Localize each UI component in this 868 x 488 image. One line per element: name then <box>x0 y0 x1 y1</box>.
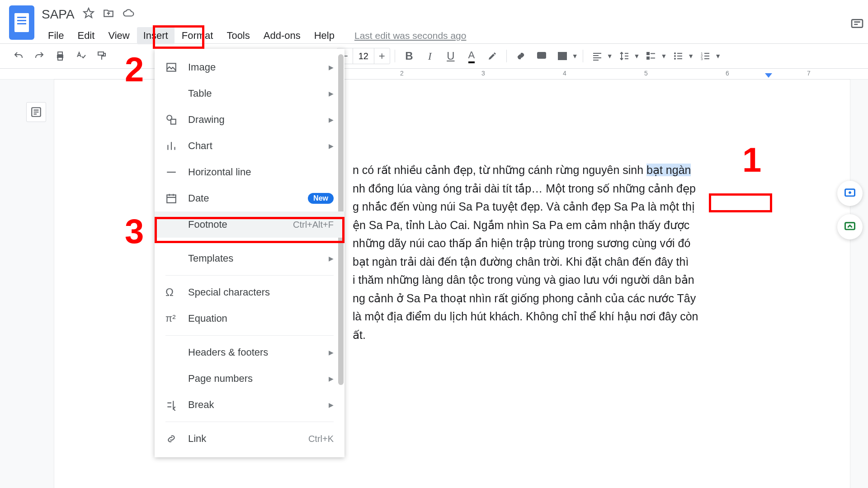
spacing-dropdown-arrow[interactable]: ▼ <box>634 52 640 60</box>
link-button[interactable] <box>511 47 530 66</box>
insert-special-characters[interactable]: ΩSpecial characters <box>155 279 344 305</box>
menu-tools[interactable]: Tools <box>220 27 256 44</box>
ruler-mark: 2 <box>400 70 404 77</box>
redo-button[interactable] <box>30 47 49 66</box>
comment-button[interactable] <box>532 47 551 66</box>
chart-icon <box>165 140 182 152</box>
checklist-button[interactable] <box>642 47 660 66</box>
submenu-arrow-icon: ▶ <box>329 349 334 356</box>
font-size-control: − 12 + <box>337 48 390 64</box>
ruler-indent-marker[interactable] <box>765 73 772 78</box>
highlight-button[interactable] <box>483 47 502 66</box>
undo-button[interactable] <box>9 47 28 66</box>
svg-rect-25 <box>171 119 176 124</box>
selected-text[interactable]: bạt ngàn <box>646 164 691 176</box>
underline-button[interactable]: U <box>441 47 460 66</box>
insert-break[interactable]: Break▶ <box>155 392 344 418</box>
divider <box>165 422 334 422</box>
numbered-dropdown-arrow[interactable]: ▼ <box>715 52 721 60</box>
add-comment-fab[interactable] <box>837 181 863 206</box>
italic-button[interactable]: I <box>420 47 439 66</box>
star-icon[interactable] <box>83 7 94 22</box>
font-size-value[interactable]: 12 <box>353 48 374 64</box>
menu-format[interactable]: Format <box>175 27 220 44</box>
insert-footnote[interactable]: FootnoteCtrl+Alt+F <box>155 211 344 238</box>
menu-help[interactable]: Help <box>308 27 341 44</box>
submenu-arrow-icon: ▶ <box>329 375 334 382</box>
menu-file[interactable]: File <box>42 27 70 44</box>
menu-addons[interactable]: Add-ons <box>257 27 307 44</box>
font-size-increase[interactable]: + <box>374 50 390 62</box>
svg-point-12 <box>674 58 676 60</box>
print-button[interactable] <box>51 47 70 66</box>
paint-format-button[interactable] <box>92 47 111 66</box>
image-icon <box>165 61 182 73</box>
menu-edit[interactable]: Edit <box>71 27 101 44</box>
bullet-dropdown-arrow[interactable]: ▼ <box>688 52 694 60</box>
checklist-dropdown-arrow[interactable]: ▼ <box>660 52 667 60</box>
ruler[interactable]: 2 3 4 5 6 7 <box>0 69 868 80</box>
text-color-button[interactable]: A <box>462 47 481 66</box>
shortcut-label: Ctrl+K <box>308 434 334 444</box>
hline-icon <box>165 166 182 178</box>
insert-horizontal-line[interactable]: Horizontal line <box>155 159 344 185</box>
break-icon <box>165 399 182 411</box>
document-text[interactable]: n có rất nhiều cảnh đẹp, từ những cánh r… <box>353 161 750 344</box>
divider <box>165 335 334 336</box>
svg-rect-13 <box>677 53 682 54</box>
svg-rect-4 <box>58 57 62 60</box>
svg-rect-15 <box>677 58 682 59</box>
align-button[interactable] <box>588 47 607 66</box>
ruler-mark: 3 <box>481 70 485 77</box>
insert-date[interactable]: DateNew <box>155 185 344 211</box>
submenu-arrow-icon: ▶ <box>329 64 334 71</box>
pi-icon: π² <box>165 313 182 324</box>
insert-image[interactable]: Image▶ <box>155 54 344 80</box>
insert-equation[interactable]: π²Equation <box>155 305 344 332</box>
document-title[interactable]: SAPA <box>42 7 75 22</box>
submenu-arrow-icon: ▶ <box>329 255 334 262</box>
svg-point-10 <box>674 52 676 54</box>
menu-view[interactable]: View <box>102 27 136 44</box>
image-button[interactable] <box>553 47 572 66</box>
align-dropdown-arrow[interactable]: ▼ <box>607 52 613 60</box>
suggest-edits-fab[interactable] <box>837 214 863 239</box>
svg-text:3: 3 <box>701 57 703 61</box>
outline-toggle-button[interactable] <box>26 102 46 122</box>
insert-headers-footers[interactable]: Headers & footers▶ <box>155 339 344 366</box>
link-icon <box>165 433 182 445</box>
submenu-arrow-icon: ▶ <box>329 90 334 97</box>
numbered-list-button[interactable]: 123 <box>696 47 715 66</box>
comments-icon[interactable] <box>850 17 864 33</box>
menu-insert[interactable]: Insert <box>137 27 175 44</box>
ruler-mark: 4 <box>563 70 566 77</box>
insert-table[interactable]: Table▶ <box>155 80 344 107</box>
submenu-arrow-icon: ▶ <box>329 142 334 150</box>
cloud-status-icon[interactable] <box>123 7 134 22</box>
svg-rect-9 <box>647 57 649 59</box>
insert-dropdown: Image▶ Table▶ Drawing▶ Chart▶ Horizontal… <box>155 49 344 457</box>
docs-logo[interactable] <box>9 5 34 40</box>
insert-chart[interactable]: Chart▶ <box>155 133 344 159</box>
toolbar: ▼ − 12 + B I U A ▼ ▼ ▼ ▼ ▼ 123 ▼ <box>0 43 868 69</box>
last-edit-link[interactable]: Last edit was seconds ago <box>354 30 467 41</box>
ruler-mark: 5 <box>644 70 648 77</box>
insert-page-numbers[interactable]: Page numbers▶ <box>155 366 344 392</box>
omega-icon: Ω <box>165 286 182 299</box>
shortcut-label: Ctrl+Alt+F <box>293 220 334 230</box>
header: SAPA File Edit View Insert Format Tools … <box>0 0 868 43</box>
menubar: File Edit View Insert Format Tools Add-o… <box>42 27 859 44</box>
bold-button[interactable]: B <box>400 47 419 66</box>
ruler-mark: 7 <box>807 70 811 77</box>
submenu-arrow-icon: ▶ <box>329 116 334 123</box>
svg-rect-1 <box>852 19 863 27</box>
insert-link[interactable]: LinkCtrl+K <box>155 426 344 452</box>
spellcheck-button[interactable] <box>71 47 90 66</box>
insert-drawing[interactable]: Drawing▶ <box>155 107 344 133</box>
move-icon[interactable] <box>103 7 114 22</box>
insert-templates[interactable]: Templates▶ <box>155 245 344 272</box>
line-spacing-button[interactable] <box>615 47 634 66</box>
image-dropdown-arrow[interactable]: ▼ <box>572 52 578 60</box>
svg-marker-0 <box>84 8 94 18</box>
bulleted-list-button[interactable] <box>669 47 688 66</box>
